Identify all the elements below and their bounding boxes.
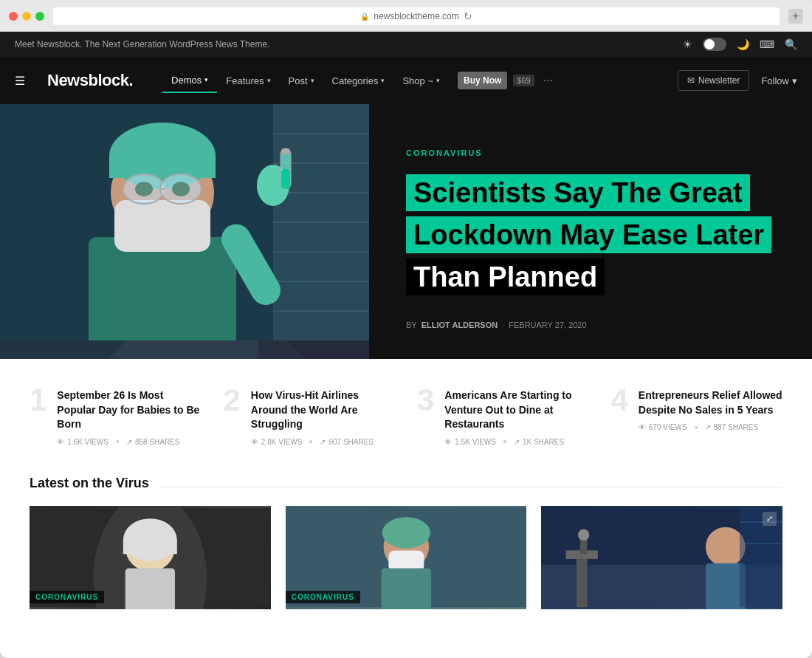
hero-meta-separator: · [502,321,504,329]
nav-features[interactable]: Features ▾ [217,69,279,92]
nav-categories[interactable]: Categories ▾ [323,69,394,92]
trending-num-2: 2 [224,385,241,416]
views-icon-4: 👁 [639,423,646,431]
nav-shop-label: Shop ~ [402,75,433,86]
hamburger-icon[interactable]: ☰ [15,74,25,88]
list-item: 1 September 26 Is Most Popular Day for B… [30,388,202,446]
stat-separator-4 [695,426,698,429]
minimize-button[interactable] [22,12,31,21]
nav-categories-arrow: ▾ [381,77,385,84]
svg-rect-13 [109,156,216,178]
nav-features-arrow: ▾ [267,77,271,84]
trending-info-1: September 26 Is Most Popular Day for Bab… [57,388,201,446]
shares-stat-2: ↗ 907 SHARES [320,438,374,446]
views-stat-3: 👁 1.5K VIEWS [444,438,496,446]
trending-info-2: How Virus-Hit Airlines Around the World … [251,388,395,446]
article-category-badge-2: CORONAVIRUS [286,591,360,603]
hero-illustration [0,104,369,340]
article-card: ⤢ [541,506,782,609]
hero-section: CORONAVIRUS Scientists Say The Great Loc… [0,104,812,359]
section-title: Latest on the Virus [30,476,149,491]
list-item: 2 How Virus-Hit Airlines Around the Worl… [224,388,396,446]
section-divider [159,487,782,487]
toggle-knob [704,39,715,49]
hero-date: FEBRUARY 27, 2020 [509,321,586,329]
stat-separator-1 [116,440,119,443]
follow-arrow-icon: ▾ [792,75,797,86]
svg-rect-14 [114,200,210,252]
search-icon[interactable]: 🔍 [785,38,797,50]
lock-icon: 🔒 [360,13,369,21]
trending-title-1[interactable]: September 26 Is Most Popular Day for Bab… [57,388,201,432]
latest-section-header: Latest on the Virus [0,468,812,506]
moon-icon: 🌙 [737,38,749,50]
views-stat-2: 👁 2.8K VIEWS [251,438,303,446]
expand-icon[interactable]: ⤢ [763,512,777,526]
trending-title-2[interactable]: How Virus-Hit Airlines Around the World … [251,388,395,432]
nav-demos[interactable]: Demos ▾ [162,69,217,93]
svg-point-33 [382,517,430,548]
list-item: 4 Entrepreneurs Relief Allowed Despite N… [611,388,783,446]
info-bar-text: Meet Newsblock. The Next Generation Word… [15,39,269,49]
trending-title-4[interactable]: Entrepreneurs Relief Allowed Despite No … [639,388,782,417]
nav-post-label: Post [289,75,308,86]
traffic-lights [9,12,44,21]
article-image-1: CORONAVIRUS [30,506,271,609]
newsletter-button[interactable]: ✉ Newsletter [678,70,750,91]
reload-icon[interactable]: ↻ [464,10,472,22]
trending-info-3: Americans Are Starting to Venture Out to… [444,388,588,446]
nav-categories-label: Categories [332,75,379,86]
follow-button[interactable]: Follow ▾ [761,75,797,86]
article-card: CORONAVIRUS [286,506,527,609]
nav-post[interactable]: Post ▾ [280,69,323,92]
shares-label-1: 858 SHARES [135,438,180,446]
nav-demos-label: Demos [171,75,202,86]
buy-now-label: Buy Now [458,72,507,89]
dark-mode-toggle[interactable] [703,38,726,51]
svg-point-43 [578,529,589,540]
trending-title-3[interactable]: Americans Are Starting to Venture Out to… [444,388,588,432]
shares-stat-1: ↗ 858 SHARES [126,438,180,446]
info-bar-right: ☀ 🌙 ⌨ 🔍 [683,38,797,51]
article-illustration-3 [541,506,782,609]
nav-shop-arrow: ▾ [436,77,440,84]
nav-demos-arrow: ▾ [204,76,208,83]
new-tab-button[interactable]: + [788,9,803,24]
site-logo[interactable]: Newsblock. [47,71,133,90]
hero-image [0,104,369,359]
svg-rect-23 [282,148,289,154]
shares-label-3: 1K SHARES [523,438,564,446]
hero-title-line2: Lockdown May Ease Later [406,216,771,253]
nav-shop[interactable]: Shop ~ ▾ [393,69,449,92]
main-header: ☰ Newsblock. Demos ▾ Features ▾ Post ▾ C… [0,57,812,104]
site-content: Meet Newsblock. The Next Generation Word… [0,32,812,631]
views-icon-2: 👁 [251,438,258,446]
stat-separator-2 [309,440,312,443]
main-nav: Demos ▾ Features ▾ Post ▾ Categories ▾ S… [162,66,553,95]
svg-rect-9 [89,237,236,340]
article-image-3: ⤢ [541,506,782,609]
hero-by-label: BY [406,321,417,329]
svg-point-18 [135,182,153,196]
trending-num-1: 1 [30,385,47,416]
views-stat-4: 👁 670 VIEWS [639,423,687,431]
maximize-button[interactable] [35,12,44,21]
share-icon-2: ↗ [320,438,326,446]
hero-category: CORONAVIRUS [406,148,775,157]
svg-rect-24 [281,169,290,189]
nav-buy-now[interactable]: Buy Now $69 [449,66,543,95]
svg-rect-35 [381,568,430,609]
sun-icon: ☀ [683,38,692,50]
trending-stats-1: 👁 1.6K VIEWS ↗ 858 SHARES [57,438,201,446]
keyboard-icon[interactable]: ⌨ [760,38,774,50]
views-label-3: 1.5K VIEWS [455,438,496,446]
address-bar[interactable]: 🔒 newsblocktheme.com ↻ [53,7,780,25]
nav-more-dots[interactable]: ··· [543,74,553,87]
hero-title-line1: Scientists Say The Great [406,174,750,211]
trending-stats-2: 👁 2.8K VIEWS ↗ 907 SHARES [251,438,395,446]
close-button[interactable] [9,12,18,21]
hero-meta: BY ELLIOT ALDERSON · FEBRUARY 27, 2020 [406,321,775,329]
views-label-2: 2.8K VIEWS [261,438,303,446]
views-icon-3: 👁 [444,438,452,446]
trending-stats-4: 👁 670 VIEWS ↗ 887 SHARES [639,423,782,431]
